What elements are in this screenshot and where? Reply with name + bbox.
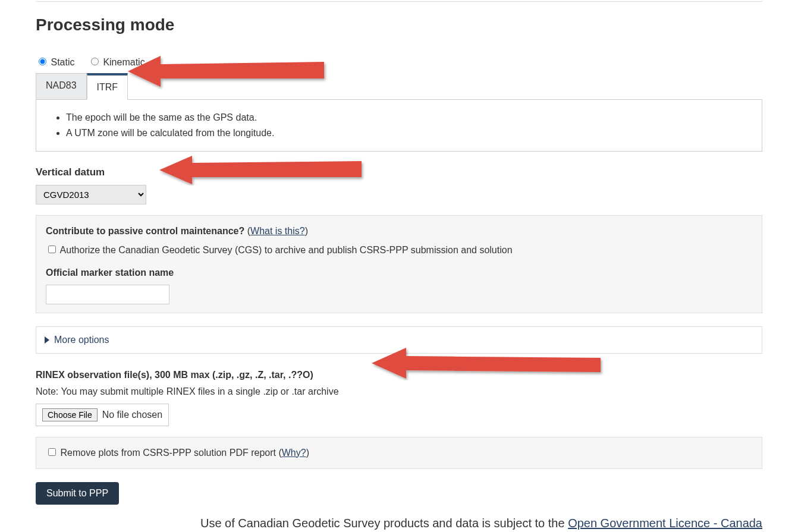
choose-file-button[interactable]: Choose File xyxy=(42,408,98,421)
footer: Use of Canadian Geodetic Survey products… xyxy=(36,514,762,533)
rinex-note: Note: You may submit multiple RINEX file… xyxy=(36,385,762,399)
rinex-section: RINEX observation file(s), 300 MB max (.… xyxy=(36,368,762,426)
file-input-wrap[interactable]: Choose File No file chosen xyxy=(36,404,169,426)
radio-kinematic-label[interactable]: Kinematic xyxy=(88,57,145,67)
contribute-panel: Contribute to passive control maintenanc… xyxy=(36,215,762,313)
licence-prefix: Use of Canadian Geodetic Survey products… xyxy=(200,517,568,530)
remove-plots-text-before: Remove plots from CSRS-PPP solution PDF … xyxy=(60,448,281,458)
remove-plots-text-after: ) xyxy=(306,448,309,458)
contribute-question: Contribute to passive control maintenanc… xyxy=(46,226,244,236)
radio-kinematic[interactable] xyxy=(91,58,99,65)
itrf-bullet-0: The epoch will be the same as the GPS da… xyxy=(66,111,750,125)
marker-station-input[interactable] xyxy=(46,285,169,304)
why-link[interactable]: Why? xyxy=(282,448,306,458)
chevron-right-icon xyxy=(45,336,49,344)
tab-itrf-content: The epoch will be the same as the GPS da… xyxy=(36,99,762,152)
more-options-toggle[interactable]: More options xyxy=(36,326,762,354)
radio-static[interactable] xyxy=(39,58,46,65)
authorize-label[interactable]: Authorize the Canadian Geodetic Survey (… xyxy=(46,245,513,255)
tab-nad83[interactable]: NAD83 xyxy=(36,73,87,100)
tab-itrf[interactable]: ITRF xyxy=(87,73,128,100)
authorize-text: Authorize the Canadian Geodetic Survey (… xyxy=(60,245,513,255)
radio-static-text: Static xyxy=(51,57,74,67)
page-title: Processing mode xyxy=(36,12,762,37)
remove-plots-panel: Remove plots from CSRS-PPP solution PDF … xyxy=(36,437,762,469)
paren-close: ) xyxy=(305,226,308,236)
datum-tabs: NAD83 ITRF xyxy=(36,73,762,100)
more-options-label: More options xyxy=(54,333,109,347)
no-file-text: No file chosen xyxy=(102,408,162,422)
submit-button[interactable]: Submit to PPP xyxy=(36,482,119,505)
licence-link[interactable]: Open Government Licence - Canada xyxy=(568,517,762,530)
radio-kinematic-text: Kinematic xyxy=(103,57,144,67)
remove-plots-label[interactable]: Remove plots from CSRS-PPP solution PDF … xyxy=(46,448,309,458)
what-is-this-link[interactable]: What is this? xyxy=(250,226,305,236)
processing-mode-radios: Static Kinematic xyxy=(36,55,762,70)
marker-station-label: Official marker station name xyxy=(46,266,752,280)
rinex-head: RINEX observation file(s), 300 MB max (.… xyxy=(36,368,762,382)
vertical-datum-label: Vertical datum xyxy=(36,165,762,180)
itrf-bullet-1: A UTM zone will be calculated from the l… xyxy=(66,126,750,140)
authorize-checkbox[interactable] xyxy=(48,245,56,253)
vertical-datum-select[interactable]: CGVD2013 xyxy=(36,185,146,204)
radio-static-label[interactable]: Static xyxy=(36,57,77,67)
remove-plots-checkbox[interactable] xyxy=(48,448,56,456)
